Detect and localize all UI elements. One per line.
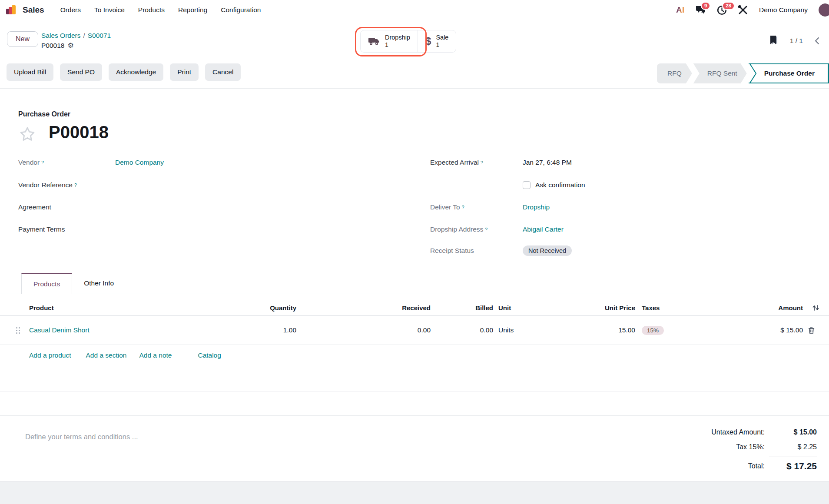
terms-placeholder[interactable]: Define your terms and conditions ... <box>25 433 138 441</box>
catalog-link[interactable]: Catalog <box>198 351 221 359</box>
dropship-count: 1 <box>385 41 410 49</box>
tax-label: Tax 15%: <box>652 443 765 451</box>
deliver-to-link[interactable]: Dropship <box>523 203 550 211</box>
help-icon: ? <box>41 160 44 165</box>
field-agreement: Agreement <box>18 202 51 213</box>
field-vendor-reference: Vendor Reference ? <box>18 179 77 191</box>
tab-other-info[interactable]: Other Info <box>72 273 126 294</box>
breadcrumb-line2: P00018 ⚙ <box>41 40 111 50</box>
row-billed: 0.00 <box>414 316 493 345</box>
help-icon: ? <box>74 182 77 188</box>
tools-icon[interactable] <box>738 5 748 15</box>
upload-bill-button[interactable]: Upload Bill <box>7 63 53 81</box>
col-amount[interactable]: Amount <box>724 300 803 315</box>
expected-arrival-text: Jan 27, 6:48 PM <box>523 159 572 166</box>
vendor-value-link[interactable]: Demo Company <box>115 159 164 166</box>
expected-arrival-label: Expected Arrival <box>430 159 479 166</box>
stage-rfq-sent[interactable]: RFQ Sent <box>693 63 747 83</box>
col-unit-price[interactable]: Unit Price <box>556 300 635 315</box>
sale-smart-button[interactable]: $ Sale 1 <box>418 30 456 52</box>
field-vendor: Vendor ? <box>18 157 44 168</box>
row-amount: $ 15.00 <box>724 316 803 345</box>
tax-badge[interactable]: 15% <box>642 326 664 335</box>
dropship-address-label: Dropship Address <box>430 225 483 233</box>
menu-to-invoice[interactable]: To Invoice <box>94 6 125 14</box>
breadcrumb: Sales Orders/S00071 P00018 ⚙ <box>41 30 111 50</box>
menu-reporting[interactable]: Reporting <box>178 6 207 14</box>
messages-icon[interactable]: 9 <box>695 5 706 15</box>
total-label: Total: <box>652 462 765 470</box>
agreement-input[interactable] <box>115 202 280 213</box>
col-taxes[interactable]: Taxes <box>642 300 694 315</box>
row-unit[interactable]: Units <box>498 316 546 345</box>
activities-clock-icon[interactable]: 28 <box>716 5 727 15</box>
row-quantity[interactable]: 1.00 <box>217 316 296 345</box>
receipt-status-label: Receipt Status <box>430 247 474 255</box>
agreement-label: Agreement <box>18 203 51 211</box>
help-icon: ? <box>485 227 487 232</box>
breadcrumb-sales-orders[interactable]: Sales Orders <box>41 32 80 39</box>
dollar-icon: $ <box>425 35 431 47</box>
ai-icon[interactable]: AI <box>676 5 684 15</box>
receipt-status-badge: Not Received <box>523 245 572 256</box>
doc-type-label: Purchase Order <box>18 110 70 118</box>
send-po-button[interactable]: Send PO <box>60 63 102 81</box>
product-link[interactable]: Casual Denim Short <box>29 326 90 334</box>
optional-columns-icon[interactable] <box>812 300 823 315</box>
stage-rfq[interactable]: RFQ <box>657 63 692 83</box>
app-name[interactable]: Sales <box>23 5 44 15</box>
payment-terms-input[interactable] <box>115 224 280 235</box>
company-switcher[interactable]: Demo Company <box>759 6 808 14</box>
bookmark-icon[interactable] <box>769 36 779 46</box>
table-row[interactable]: Casual Denim Short 1.00 0.00 0.00 Units … <box>0 316 829 345</box>
col-quantity[interactable]: Quantity <box>217 300 296 315</box>
breadcrumb-s00071[interactable]: S00071 <box>88 32 111 39</box>
add-note-link[interactable]: Add a note <box>139 351 172 359</box>
menu-configuration[interactable]: Configuration <box>221 6 261 14</box>
form-sheet: Purchase Order P00018 Vendor ? Demo Comp… <box>0 89 829 504</box>
user-avatar[interactable] <box>819 3 829 17</box>
payment-terms-label: Payment Terms <box>18 225 65 233</box>
deliver-to-label: Deliver To <box>430 203 460 211</box>
tab-products[interactable]: Products <box>21 273 72 294</box>
stage-purchase-order[interactable]: Purchase Order <box>749 63 829 83</box>
chevron-left-icon[interactable] <box>814 37 819 45</box>
help-icon: ? <box>481 160 483 165</box>
expected-arrival-value[interactable]: Jan 27, 6:48 PM <box>523 157 572 168</box>
favorite-star-icon[interactable] <box>19 126 36 143</box>
new-button[interactable]: New <box>7 31 38 47</box>
col-product[interactable]: Product <box>29 300 212 315</box>
dropship-smart-button[interactable]: Dropship 1 <box>361 30 418 52</box>
vendor-reference-label: Vendor Reference <box>18 181 73 189</box>
row-product: Casual Denim Short <box>29 316 212 345</box>
deliver-to-value: Dropship <box>523 202 550 213</box>
cancel-button[interactable]: Cancel <box>205 63 241 81</box>
add-product-link[interactable]: Add a product <box>29 351 71 359</box>
field-vendor-value: Demo Company <box>115 157 164 168</box>
menu-products[interactable]: Products <box>138 6 165 14</box>
truck-icon <box>368 36 380 46</box>
menu-orders[interactable]: Orders <box>60 6 81 14</box>
breadcrumb-line1: Sales Orders/S00071 <box>41 30 111 40</box>
sale-count: 1 <box>436 41 448 49</box>
acknowledge-button[interactable]: Acknowledge <box>109 63 163 81</box>
ask-confirmation-checkbox[interactable] <box>523 181 531 189</box>
lines-table-header: Product Quantity Received Billed Unit Un… <box>0 300 829 316</box>
smart-buttons: Dropship 1 $ Sale 1 <box>360 30 456 53</box>
field-dropship-address: Dropship Address ? <box>430 224 487 235</box>
add-section-link[interactable]: Add a section <box>86 351 127 359</box>
delete-row-icon[interactable] <box>808 316 819 345</box>
total-row: Total: $ 17.25 <box>652 460 817 473</box>
odoo-logo-icon[interactable] <box>6 5 17 15</box>
pager: 1 / 1 <box>769 36 819 46</box>
row-unit-price[interactable]: 15.00 <box>556 316 635 345</box>
col-billed[interactable]: Billed <box>414 300 493 315</box>
gear-icon[interactable]: ⚙ <box>67 40 73 50</box>
print-button[interactable]: Print <box>170 63 199 81</box>
dropship-address-link[interactable]: Abigail Carter <box>523 225 564 233</box>
vendor-reference-input[interactable] <box>115 179 280 191</box>
col-unit[interactable]: Unit <box>498 300 546 315</box>
field-payment-terms: Payment Terms <box>18 224 65 235</box>
drag-handle-icon[interactable] <box>16 327 20 334</box>
field-receipt-status: Receipt Status <box>430 245 474 256</box>
